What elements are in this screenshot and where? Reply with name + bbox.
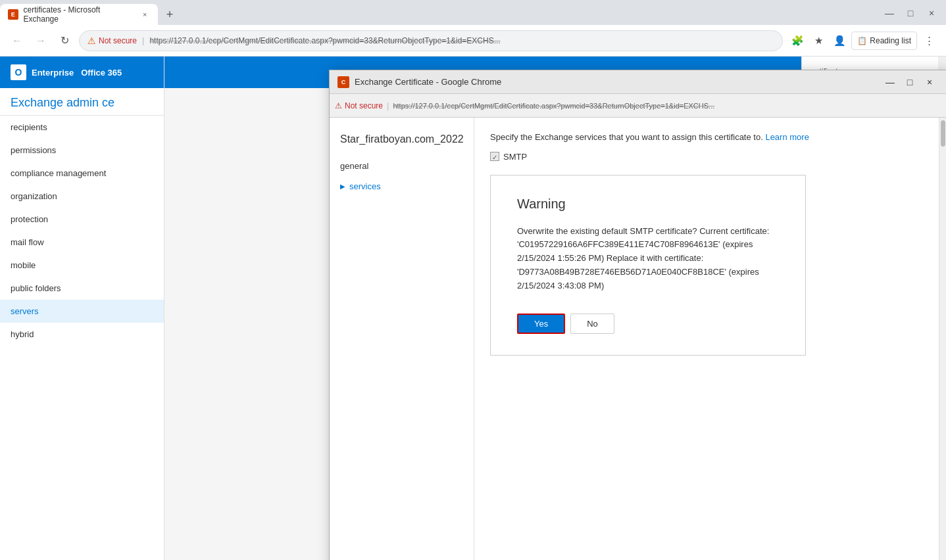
popup-body: Star_firatboyan.com_2022 general service… — [330, 118, 946, 560]
window-controls: — □ × — [880, 4, 946, 25]
popup-scrollbar-thumb — [941, 120, 945, 147]
sidebar-nav: recipients permissions compliance manage… — [0, 116, 164, 560]
sidebar-item-permissions[interactable]: permissions — [0, 139, 164, 162]
sidebar-title: Exchange admin ce — [0, 88, 164, 116]
smtp-row: ✓ SMTP — [490, 152, 923, 162]
browser-actions: 🧩 ★ 👤 📋 Reading list ⋮ — [788, 32, 938, 50]
popup-not-secure: ⚠ Not secure — [335, 101, 383, 110]
warning-icon: ⚠ — [87, 35, 96, 46]
cert-title: Star_firatboyan.com_2022 — [330, 128, 474, 156]
cert-nav-services[interactable]: services — [330, 176, 474, 197]
sidebar-item-compliance[interactable]: compliance management — [0, 162, 164, 185]
profile-button[interactable]: 👤 — [830, 32, 849, 50]
popup-url-divider: | — [387, 101, 389, 110]
reading-list-button[interactable]: 📋 Reading list — [851, 32, 917, 50]
popup-sidebar: Star_firatboyan.com_2022 general service… — [330, 118, 474, 560]
extensions-button[interactable]: 🧩 — [788, 32, 807, 50]
maximize-button[interactable]: □ — [901, 4, 920, 22]
popup-main-content: Specify the Exchange services that you w… — [474, 118, 939, 560]
reading-list-icon: 📋 — [857, 36, 867, 45]
forward-button[interactable]: → — [32, 32, 50, 50]
url-text: https://127.0.0.1/ecp/CertMgmt/EditCerti… — [149, 36, 500, 45]
warning-dialog: Warning Overwrite the existing default S… — [490, 175, 806, 356]
sidebar-item-protection[interactable]: protection — [0, 208, 164, 231]
sidebar-item-servers[interactable]: servers — [0, 300, 164, 323]
sidebar-item-hybrid[interactable]: hybrid — [0, 323, 164, 346]
popup-title-icon: C — [337, 76, 349, 88]
menu-button[interactable]: ⋮ — [920, 32, 938, 50]
learn-more-link[interactable]: Learn more — [765, 132, 809, 142]
back-button[interactable]: ← — [8, 32, 26, 50]
exchange-sidebar: O Enterprise Office 365 Exchange admin c… — [0, 57, 164, 560]
popup-not-secure-label: Not secure — [345, 101, 383, 110]
warning-text: Overwrite the existing default SMTP cert… — [517, 225, 779, 293]
popup-addressbar: ⚠ Not secure | https://127.0.0.1/ecp/Cer… — [330, 94, 946, 118]
tab-favicon: E — [8, 9, 18, 20]
tab-close-button[interactable]: × — [139, 9, 150, 20]
sidebar-brand: Enterprise Office 365 — [32, 68, 122, 78]
sidebar-item-publicfolders[interactable]: public folders — [0, 277, 164, 300]
popup-window-controls: — □ × — [881, 73, 939, 91]
reading-list-label: Reading list — [870, 36, 911, 45]
address-bar: ← → ↻ ⚠ Not secure | https://127.0.0.1/e… — [0, 25, 946, 57]
popup-minimize-button[interactable]: — — [881, 73, 899, 91]
bookmark-button[interactable]: ★ — [809, 32, 828, 50]
popup-title: Exchange Certificate - Google Chrome — [355, 77, 876, 87]
no-button[interactable]: No — [570, 314, 614, 334]
sidebar-item-organization[interactable]: organization — [0, 185, 164, 208]
popup-close-button[interactable]: × — [920, 73, 939, 91]
popup-url: https://127.0.0.1/ecp/CertMgmt/EditCerti… — [393, 102, 714, 110]
popup-scrollbar[interactable] — [939, 118, 946, 560]
popup-maximize-button[interactable]: □ — [901, 73, 919, 91]
sidebar-item-mailflow[interactable]: mail flow — [0, 231, 164, 254]
smtp-label: SMTP — [503, 152, 527, 162]
new-tab-button[interactable]: + — [161, 5, 179, 24]
popup-overlay: C Exchange Certificate - Google Chrome —… — [164, 57, 946, 560]
exchange-main: Administrator ▾ ? ▾ ertificate A, DC=fir… — [164, 57, 946, 560]
popup-window: C Exchange Certificate - Google Chrome —… — [329, 70, 946, 560]
url-bar[interactable]: ⚠ Not secure | https://127.0.0.1/ecp/Cer… — [79, 30, 783, 51]
popup-titlebar: C Exchange Certificate - Google Chrome —… — [330, 70, 946, 94]
cert-nav-general[interactable]: general — [330, 156, 474, 176]
office-logo: O — [11, 64, 26, 80]
sidebar-header: O Enterprise Office 365 — [0, 57, 164, 88]
sidebar-item-recipients[interactable]: recipients — [0, 116, 164, 139]
tab-title: certificates - Microsoft Exchange — [24, 5, 135, 24]
not-secure-indicator: ⚠ Not secure — [87, 35, 137, 46]
close-window-button[interactable]: × — [922, 4, 941, 22]
warning-title: Warning — [517, 197, 779, 212]
services-description: Specify the Exchange services that you w… — [490, 131, 923, 144]
sidebar-item-mobile[interactable]: mobile — [0, 254, 164, 277]
tab-bar: E certificates - Microsoft Exchange × + … — [0, 0, 946, 25]
popup-warning-icon: ⚠ — [335, 101, 342, 110]
minimize-button[interactable]: — — [880, 4, 899, 22]
browser-window: E certificates - Microsoft Exchange × + … — [0, 0, 946, 560]
yes-button[interactable]: Yes — [517, 314, 565, 334]
warning-buttons: Yes No — [517, 314, 779, 334]
checkbox-check-icon: ✓ — [492, 154, 497, 159]
browser-tab[interactable]: E certificates - Microsoft Exchange × — [0, 4, 158, 25]
refresh-button[interactable]: ↻ — [55, 32, 74, 50]
url-divider: | — [142, 35, 144, 45]
smtp-checkbox[interactable]: ✓ — [490, 152, 499, 161]
not-secure-label: Not secure — [99, 36, 137, 45]
main-content: O Enterprise Office 365 Exchange admin c… — [0, 57, 946, 560]
